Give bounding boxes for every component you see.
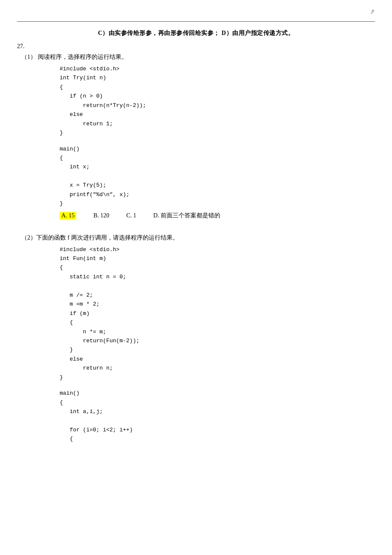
header-line: C）由实参传给形参，再由形参传回给实参； D）由用户指定传递方式。 — [17, 29, 375, 37]
code-block-1: #include <stdio.h> int Try(int n) { if (… — [60, 64, 375, 138]
answer-c: C. 1 — [126, 212, 136, 219]
code-block-4: main() { int a,i,j; for (i=0; i<2; i++) … — [60, 389, 375, 444]
answer-line-1: A. 15 B. 120 C. 1 D. 前面三个答案都是错的 — [60, 212, 375, 220]
question-27-label: 27. — [17, 43, 375, 50]
code-block-2: main() { int x; x = Try(5); printf("%d\n… — [60, 145, 375, 208]
answer-b: B. 120 — [93, 212, 109, 219]
top-divider — [17, 21, 375, 22]
sub-question-1-label: （1） 阅读程序，选择程序的运行结果。 — [21, 53, 375, 61]
answer-a-highlighted: A. 15 — [60, 212, 76, 220]
answer-d: D. 前面三个答案都是错的 — [153, 212, 220, 220]
sub-question-2-label: （2）下面的函数 f 两次进行调用，请选择程序的运行结果。 — [21, 234, 375, 242]
code-block-3: #include <stdio.h> int Fun(int m) { stat… — [60, 245, 375, 382]
page-number: p — [372, 8, 374, 14]
